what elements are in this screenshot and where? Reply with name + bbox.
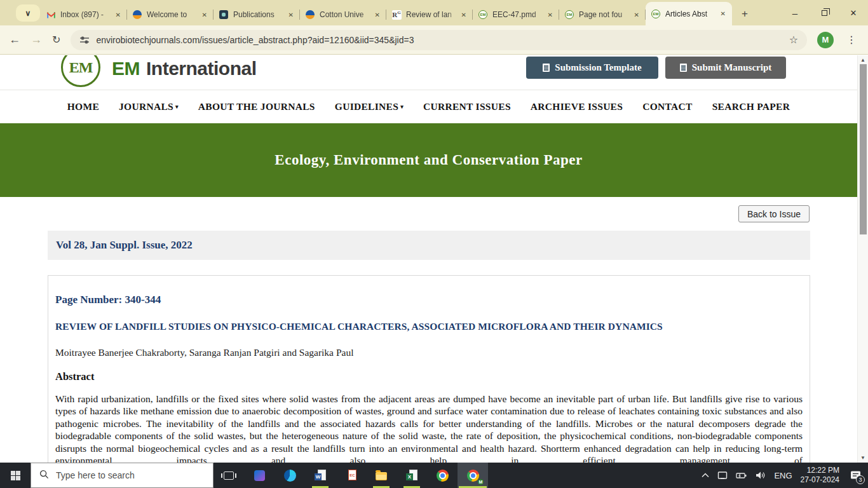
chevron-down-icon: ∨ [25,9,31,18]
forward-button[interactable]: → [31,33,42,46]
address-bar[interactable]: envirobiotechjournals.com/issues/article… [71,30,807,50]
page-area: EM EMInternational Submission Template S… [0,55,857,463]
windows-logo-icon [11,471,20,480]
restore-icon [822,10,827,16]
caret-down-icon: ▾ [400,104,403,110]
tray-chevron-up-icon[interactable] [702,473,709,478]
browser-menu-icon[interactable]: ⋮ [844,34,859,46]
battery-tray-icon[interactable] [736,471,747,479]
back-to-issue-button[interactable]: Back to Issue [738,205,810,222]
taskbar-search[interactable] [31,463,214,488]
issue-strip: Vol 28, Jan Suppl. Issue, 2022 [48,231,810,260]
close-icon[interactable]: ✕ [374,10,381,20]
site-header: EM EMInternational Submission Template S… [0,55,857,90]
restore-button[interactable] [810,0,839,25]
office-app-button[interactable] [244,463,275,488]
browser-window: ∨ Inbox (897) - ✕ Welcome to ✕ Publicati… [0,0,868,488]
em-international-logo[interactable]: EM [61,55,100,87]
chrome-icon [437,470,449,482]
scrollbar-thumb[interactable] [860,64,867,234]
page-scrollbar[interactable]: ▲ ▼ [857,55,868,463]
clock-time: 12:22 PM [801,466,839,475]
bookmark-star-icon[interactable]: ☆ [789,34,798,46]
minimize-button[interactable]: – [780,0,810,25]
chrome-app-button[interactable] [427,463,458,488]
display-tray-icon[interactable] [717,471,728,480]
tab-title: EEC-47.pmd [492,10,545,19]
nav-about-the-journals[interactable]: ABOUT THE JOURNALS [198,101,315,112]
nav-search-paper[interactable]: SEARCH PAPER [712,101,790,112]
nav-home[interactable]: HOME [67,101,99,112]
scroll-down-icon[interactable]: ▼ [858,455,868,461]
task-view-button[interactable] [214,463,244,488]
tab-title: Page not fou [579,10,631,19]
tab-welcome[interactable]: Welcome to ✕ [127,4,214,25]
chrome-profile-badge: M [477,478,484,485]
tab-publications[interactable]: Publications ✕ [214,4,300,25]
excel-icon: X [406,470,417,481]
close-icon[interactable]: ✕ [287,10,295,20]
close-icon[interactable]: ✕ [633,10,641,20]
submit-manuscript-label: Submit Manuscript [692,62,771,73]
reload-button[interactable]: ↻ [52,34,60,46]
tab-inbox[interactable]: Inbox (897) - ✕ [41,4,127,25]
researchgate-icon: RG [391,10,402,20]
edge-app-button[interactable] [275,463,305,488]
nav-journals[interactable]: JOURNALS▾ [119,101,179,112]
tab-eec-pmd[interactable]: EM EEC-47.pmd ✕ [473,4,559,25]
action-center-button[interactable]: 3 [848,468,863,483]
close-icon[interactable]: ✕ [114,10,122,20]
file-explorer-button[interactable] [366,463,397,488]
abstract-text: With rapid urbanization, landfills or th… [55,393,803,463]
tab-articles-abstract-active[interactable]: EM Articles Abst ✕ [646,2,732,25]
tab-cotton-university[interactable]: Cotton Unive ✕ [300,4,386,25]
tab-researchgate[interactable]: RG Review of lan ✕ [386,4,473,25]
tab-page-not-found[interactable]: EM Page not fou ✕ [559,4,646,25]
search-input[interactable] [56,470,183,480]
tab-search-button[interactable]: ∨ [16,4,40,22]
notification-count-badge: 3 [856,475,865,484]
nav-guidelines[interactable]: GUIDELINES▾ [335,101,403,112]
volume-tray-icon[interactable] [756,471,766,480]
submission-template-button[interactable]: Submission Template [526,57,658,79]
scroll-up-icon[interactable]: ▲ [858,57,868,63]
excel-app-button[interactable]: X [397,463,427,488]
site-info-icon[interactable] [79,35,90,45]
article-box: Page Number: 340-344 REVIEW OF LANDFILL … [48,275,810,463]
profile-avatar[interactable]: M [817,32,834,48]
nav-current-issues[interactable]: CURRENT ISSUES [423,101,511,112]
close-icon[interactable]: ✕ [546,10,554,20]
publications-icon [219,10,229,20]
new-tab-button[interactable]: + [736,5,754,23]
tab-title: Inbox (897) - [60,10,112,19]
file-explorer-icon [376,472,387,480]
back-button[interactable]: ← [9,33,20,46]
submit-manuscript-button[interactable]: Submit Manuscript [665,57,786,79]
nav-contact[interactable]: CONTACT [642,101,692,112]
nav-archieve-issues[interactable]: ARCHIEVE ISSUES [531,101,623,112]
site-title-em: EM [112,58,140,79]
page-content: EM EMInternational Submission Template S… [0,55,868,463]
clock-date: 27-07-2024 [801,475,839,485]
ec-document-icon: EC [345,470,356,481]
close-window-button[interactable]: ✕ [839,0,868,25]
close-icon[interactable]: ✕ [460,10,468,20]
banner-title: Ecology, Environment and Conservation Pa… [275,152,582,168]
window-controls: – ✕ [780,0,868,25]
clock[interactable]: 12:22 PM 27-07-2024 [801,466,839,485]
tabs: Inbox (897) - ✕ Welcome to ✕ Publication… [41,0,754,25]
task-view-icon [224,471,234,480]
close-icon[interactable]: ✕ [719,9,727,18]
word-app-button[interactable]: W [305,463,336,488]
close-icon[interactable]: ✕ [201,10,208,20]
url-text[interactable]: envirobiotechjournals.com/issues/article… [96,35,782,45]
language-indicator[interactable]: ENG [774,471,792,480]
tab-title: Cotton Unive [320,10,372,19]
tab-strip: ∨ Inbox (897) - ✕ Welcome to ✕ Publicati… [0,0,868,25]
em-journal-icon: EM [651,9,661,19]
chrome-profile-app-button[interactable]: M [458,463,488,488]
start-button[interactable] [0,463,31,488]
system-tray: ENG 12:22 PM 27-07-2024 3 [702,466,868,485]
ec-document-app-button[interactable]: EC [336,463,366,488]
office-icon [254,470,265,481]
